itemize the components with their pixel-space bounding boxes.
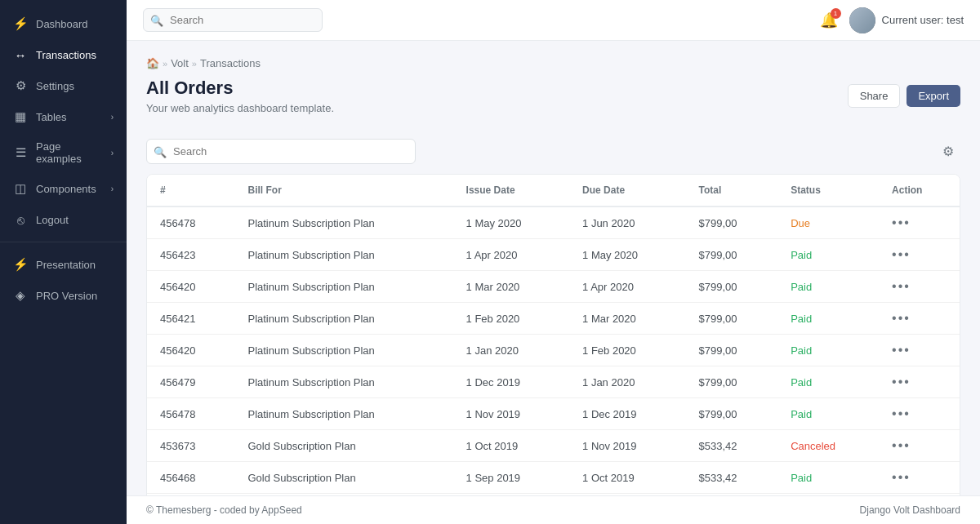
notification-badge: 1 bbox=[831, 8, 841, 19]
cell-status: Paid bbox=[777, 366, 879, 398]
breadcrumb-volt[interactable]: Volt bbox=[171, 57, 189, 69]
cell-due-date: 1 Feb 2020 bbox=[569, 335, 685, 366]
sidebar-item-label: Presentation bbox=[36, 259, 96, 271]
sidebar-item-label: Tables bbox=[36, 111, 67, 123]
cell-issue-date: 1 Mar 2020 bbox=[453, 271, 569, 303]
cell-due-date: 1 Apr 2020 bbox=[569, 271, 685, 303]
cell-total: $799,00 bbox=[686, 303, 778, 335]
presentation-icon: ⚡ bbox=[13, 257, 28, 272]
cell-total: $533,42 bbox=[686, 430, 778, 462]
action-dots-button[interactable]: ••• bbox=[892, 215, 911, 229]
cell-status: Paid bbox=[777, 239, 879, 271]
share-button[interactable]: Share bbox=[848, 84, 901, 108]
page-title: All Orders bbox=[146, 78, 334, 99]
sidebar-item-page-examples[interactable]: ☰ Page examples › bbox=[0, 132, 127, 173]
cell-total: $799,00 bbox=[686, 271, 778, 303]
search-icon: 🔍 bbox=[150, 14, 163, 26]
sidebar-item-label: Dashboard bbox=[36, 18, 88, 30]
table-search-wrap: 🔍 bbox=[146, 139, 416, 164]
page-examples-icon: ☰ bbox=[13, 145, 28, 160]
cell-due-date: 1 Mar 2020 bbox=[569, 303, 685, 335]
cell-issue-date: 1 Feb 2020 bbox=[453, 303, 569, 335]
table-body: 456478 Platinum Subscription Plan 1 May … bbox=[147, 206, 960, 495]
logout-icon: ⎋ bbox=[13, 212, 28, 227]
table-row: 456479 Platinum Subscription Plan 1 Dec … bbox=[147, 366, 960, 398]
sidebar-item-pro-version[interactable]: ◈ PRO Version bbox=[0, 280, 127, 311]
cell-due-date: 1 Oct 2019 bbox=[569, 462, 685, 494]
pro-version-icon: ◈ bbox=[13, 288, 28, 303]
cell-id: 456421 bbox=[147, 303, 234, 335]
sidebar-item-tables[interactable]: ▦ Tables › bbox=[0, 101, 127, 132]
table-row: 456420 Platinum Subscription Plan 1 Jan … bbox=[147, 335, 960, 366]
col-bill-for: Bill For bbox=[234, 175, 452, 206]
sidebar-item-dashboard[interactable]: ⚡ Dashboard bbox=[0, 8, 127, 39]
topnav-search-input[interactable] bbox=[143, 8, 323, 32]
cell-bill-for: Platinum Subscription Plan bbox=[234, 398, 452, 430]
main-area: 🔍 🔔 1 Current user: test 🏠 » Volt » Tran… bbox=[127, 0, 980, 524]
export-button[interactable]: Export bbox=[906, 85, 960, 107]
table-settings: ⚙ bbox=[936, 140, 960, 162]
action-dots-button[interactable]: ••• bbox=[892, 311, 911, 325]
cell-due-date: 1 May 2020 bbox=[569, 239, 685, 271]
table-header: # Bill For Issue Date Due Date Total Sta… bbox=[147, 175, 960, 206]
cell-status: Paid bbox=[777, 398, 879, 430]
sidebar-item-logout[interactable]: ⎋ Logout bbox=[0, 204, 127, 235]
dashboard-icon: ⚡ bbox=[13, 16, 28, 31]
tables-icon: ▦ bbox=[13, 109, 28, 124]
cell-id: 456420 bbox=[147, 335, 234, 366]
col-total: Total bbox=[686, 175, 778, 206]
cell-status: Due bbox=[777, 206, 879, 239]
content-area: 🏠 » Volt » Transactions All Orders Your … bbox=[127, 41, 980, 495]
sidebar-item-label: Page examples bbox=[36, 140, 103, 165]
cell-due-date: 1 Dec 2019 bbox=[569, 398, 685, 430]
breadcrumb-sep: » bbox=[192, 59, 197, 69]
footer: © Themesberg - coded by AppSeed Django V… bbox=[127, 495, 980, 524]
table-row: 456468 Gold Subscription Plan 1 Sep 2019… bbox=[147, 462, 960, 494]
sidebar-item-settings[interactable]: ⚙ Settings bbox=[0, 70, 127, 101]
breadcrumb-current: Transactions bbox=[200, 57, 261, 69]
notifications-button[interactable]: 🔔 1 bbox=[820, 11, 838, 29]
action-dots-button[interactable]: ••• bbox=[892, 375, 911, 389]
table-search-input[interactable] bbox=[146, 139, 416, 164]
cell-id: 456479 bbox=[147, 366, 234, 398]
cell-id: 453673 bbox=[147, 430, 234, 462]
chevron-right-icon: › bbox=[111, 113, 114, 122]
action-dots-button[interactable]: ••• bbox=[892, 279, 911, 293]
sidebar-nav: ⚡ Dashboard ↔ Transactions ⚙ Settings ▦ … bbox=[0, 0, 127, 319]
settings-icon: ⚙ bbox=[13, 78, 28, 93]
cell-total: $799,00 bbox=[686, 335, 778, 366]
action-dots-button[interactable]: ••• bbox=[892, 247, 911, 261]
cell-bill-for: Platinum Subscription Plan bbox=[234, 239, 452, 271]
chevron-right-icon: › bbox=[111, 184, 114, 193]
action-dots-button[interactable]: ••• bbox=[892, 470, 911, 484]
avatar bbox=[849, 7, 875, 33]
user-menu[interactable]: Current user: test bbox=[849, 7, 964, 33]
table-row: 456421 Platinum Subscription Plan 1 Feb … bbox=[147, 303, 960, 335]
sidebar-item-label: Components bbox=[36, 183, 96, 195]
cell-action: ••• bbox=[879, 335, 960, 366]
sidebar-item-label: Settings bbox=[36, 80, 74, 92]
sidebar: ⚡ Dashboard ↔ Transactions ⚙ Settings ▦ … bbox=[0, 0, 127, 524]
home-icon[interactable]: 🏠 bbox=[146, 57, 159, 69]
action-dots-button[interactable]: ••• bbox=[892, 406, 911, 420]
action-dots-button[interactable]: ••• bbox=[892, 343, 911, 357]
col-issue-date: Issue Date bbox=[453, 175, 569, 206]
cell-action: ••• bbox=[879, 430, 960, 462]
sidebar-item-presentation[interactable]: ⚡ Presentation bbox=[0, 249, 127, 280]
table-header-row: # Bill For Issue Date Due Date Total Sta… bbox=[147, 175, 960, 206]
settings-button[interactable]: ⚙ bbox=[936, 140, 960, 162]
sidebar-item-transactions[interactable]: ↔ Transactions bbox=[0, 39, 127, 70]
cell-id: 456423 bbox=[147, 239, 234, 271]
components-icon: ◫ bbox=[13, 181, 28, 196]
sidebar-item-components[interactable]: ◫ Components › bbox=[0, 173, 127, 204]
page-header: All Orders Your web analytics dashboard … bbox=[146, 78, 334, 127]
cell-id: 456468 bbox=[147, 462, 234, 494]
cell-bill-for: Platinum Subscription Plan bbox=[234, 206, 452, 239]
col-due-date: Due Date bbox=[569, 175, 685, 206]
cell-id: 456420 bbox=[147, 271, 234, 303]
topnav: 🔍 🔔 1 Current user: test bbox=[127, 0, 980, 41]
cell-bill-for: Platinum Subscription Plan bbox=[234, 271, 452, 303]
action-dots-button[interactable]: ••• bbox=[892, 438, 911, 452]
table-toolbar: 🔍 ⚙ bbox=[146, 139, 960, 164]
user-label: Current user: test bbox=[882, 14, 964, 26]
